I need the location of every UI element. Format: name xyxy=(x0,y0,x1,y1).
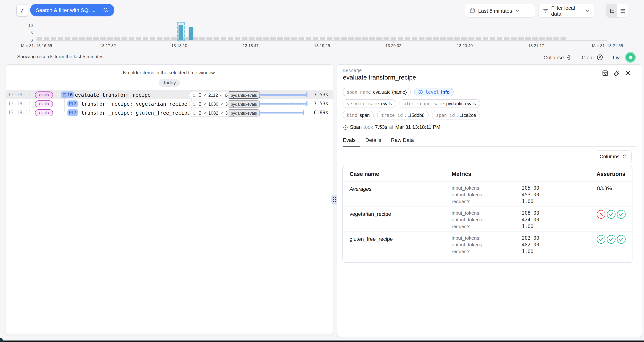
y-tick-label: 5 xyxy=(22,31,33,35)
metric-label: requests: xyxy=(452,199,472,204)
x-tick-label: 13:21:17 xyxy=(528,43,544,48)
attr-value: evaluate {name} xyxy=(373,89,407,95)
arrow-up-right-icon: ↗ xyxy=(203,111,206,115)
live-label: Live xyxy=(613,54,622,60)
live-toggle[interactable]: Live xyxy=(613,52,636,63)
attr-value: Info xyxy=(441,89,450,95)
scope-tag[interactable]: pydantic-evals xyxy=(228,100,260,107)
evals-tag-pill[interactable]: evals xyxy=(35,109,53,116)
attr-value: ...1ca2ce xyxy=(457,113,476,118)
metric-label: input_tokens: xyxy=(452,210,480,216)
table-row[interactable]: vegetarian_recipe input_tokens: 208.00 o… xyxy=(343,207,632,232)
timeline-bar[interactable] xyxy=(188,27,193,40)
timeline-plot-area[interactable] xyxy=(36,25,608,41)
level-pill[interactable]: level Info xyxy=(414,88,454,96)
metric-value: 1.00 xyxy=(522,249,534,254)
chevron-down-icon xyxy=(585,9,590,13)
clear-circle-x-icon xyxy=(597,54,603,61)
record-row[interactable]: 13:18:11 evals ⊞ 7 transform_recipe: veg… xyxy=(6,99,333,108)
attr-value: evals xyxy=(381,101,392,106)
scope-tag[interactable]: pydantic-evals xyxy=(228,109,260,116)
duration-text: 6.89s xyxy=(314,110,328,115)
time-range-select[interactable]: Last 5 minutes xyxy=(465,4,535,18)
tree-connector xyxy=(64,103,68,113)
expand-children-badge[interactable]: ⊞ 7 xyxy=(68,109,78,116)
close-icon[interactable] xyxy=(625,70,631,77)
tab-raw-data[interactable]: Raw Data xyxy=(391,137,414,143)
kind-pill[interactable]: kind span xyxy=(342,111,374,119)
sigma-icon: Σ xyxy=(199,110,202,116)
app-root: / Search & filter with SQL... Last 5 min… xyxy=(0,0,644,342)
panel-resize-handle[interactable] xyxy=(331,195,337,205)
x-tick-label: 13:18:10 xyxy=(171,43,187,48)
tree-view-button[interactable] xyxy=(606,4,617,17)
list-view-button[interactable] xyxy=(617,4,628,17)
table-row[interactable]: gluten_free_recipe input_tokens: 202.00 … xyxy=(343,232,632,263)
child-count: 16 xyxy=(68,92,73,97)
case-name: vegetarian_recipe xyxy=(350,211,391,217)
timing-took-word: took xyxy=(364,124,373,130)
copy-link-icon[interactable] xyxy=(614,70,620,77)
tokens-up-value: 1030 xyxy=(208,101,218,107)
clear-button[interactable]: Clear xyxy=(582,54,603,61)
span-name-pill[interactable]: span_name evaluate {name} xyxy=(342,88,411,96)
row-timestamp: 13:18:11 xyxy=(8,110,31,115)
scope-tag[interactable]: pydantic-evals xyxy=(228,91,260,99)
trace-id-pill[interactable]: trace_id ...15ddb8 xyxy=(377,111,428,119)
open-in-drawer-icon[interactable] xyxy=(602,70,608,77)
x-tick-label: Mar 31. 13:21:55 xyxy=(592,43,623,48)
squared-plus-icon: ⊞ xyxy=(69,101,73,106)
attr-key: service_name xyxy=(346,101,379,106)
table-row[interactable]: Averages input_tokens: 205.00 output_tok… xyxy=(343,182,632,207)
metric-value: 1.00 xyxy=(522,199,534,204)
assertion-pass-icon xyxy=(606,210,616,219)
collapse-label: Collapse xyxy=(544,54,564,60)
tokens-up-value: 1082 xyxy=(208,110,218,116)
record-row[interactable]: 13:18:11 evals ⊞ 7 transform_recipe: glu… xyxy=(6,108,333,117)
metric-label: output_tokens: xyxy=(452,217,484,223)
otel-scope-name-pill[interactable]: otel_scope_name pydantic-evals xyxy=(400,99,480,108)
evals-tag-pill[interactable]: evals xyxy=(35,100,53,107)
metric-label: output_tokens: xyxy=(452,242,484,248)
metric-value: 1.00 xyxy=(522,224,534,229)
span-detail-panel: message evaluate transform_recipe xyxy=(337,64,642,337)
service-name-pill[interactable]: service_name evals xyxy=(342,99,396,108)
tab-evals[interactable]: Evals xyxy=(343,137,356,143)
attr-key: span_name xyxy=(346,89,371,95)
collapse-button[interactable]: Collapse xyxy=(544,54,572,60)
search-button[interactable]: Search & filter with SQL... xyxy=(30,4,114,17)
timeline-bar[interactable] xyxy=(179,25,184,40)
span-id-pill[interactable]: span_id ...1ca2ce xyxy=(432,111,480,119)
records-panel: No older items in the selected time wind… xyxy=(6,64,333,335)
attr-value: pydantic-evals xyxy=(446,101,476,106)
span-name: transform_recipe: vegetarian_recipe xyxy=(81,101,187,107)
time-range-label: Last 5 minutes xyxy=(478,8,512,14)
record-row[interactable]: 13:18:11 evals ⊟ 16 evaluate transform_r… xyxy=(6,90,333,99)
collapse-children-badge[interactable]: ⊟ 16 xyxy=(61,91,74,98)
timeline-empty-buckets xyxy=(36,37,568,40)
duration-bar xyxy=(259,92,308,97)
assertion-pass-icon xyxy=(616,210,626,219)
timeline-chart: 10 5 0 Mar 31. 13:16:55 13:17:32 13:18:1… xyxy=(0,20,644,52)
filter-local-data-select[interactable]: Filter local data xyxy=(538,4,594,18)
columns-button[interactable]: Columns xyxy=(595,150,632,162)
timing-at-word: at xyxy=(389,124,393,130)
x-tick-label: 13:19:25 xyxy=(314,43,330,48)
coin-icon xyxy=(192,93,197,97)
arrow-down-left-icon: ↙ xyxy=(220,93,223,97)
columns-label: Columns xyxy=(600,154,620,159)
attr-value: ...15ddb8 xyxy=(405,113,424,118)
col-header-case-name: Case name xyxy=(350,171,379,177)
arrow-down-left-icon: ↙ xyxy=(220,111,223,115)
evals-tag-pill[interactable]: evals xyxy=(35,91,53,98)
tree-view-icon xyxy=(609,8,615,14)
timing-duration: 7.53s xyxy=(375,124,387,130)
view-mode-toggle xyxy=(606,4,628,18)
metric-value: 205.00 xyxy=(522,185,539,191)
expand-children-badge[interactable]: ⊞ 7 xyxy=(68,100,78,107)
chevron-down-icon xyxy=(515,9,520,13)
col-header-assertions: Assertions xyxy=(596,171,625,177)
tab-details[interactable]: Details xyxy=(365,137,381,143)
case-name: gluten_free_recipe xyxy=(350,236,393,242)
grip-dots-icon xyxy=(333,197,336,202)
